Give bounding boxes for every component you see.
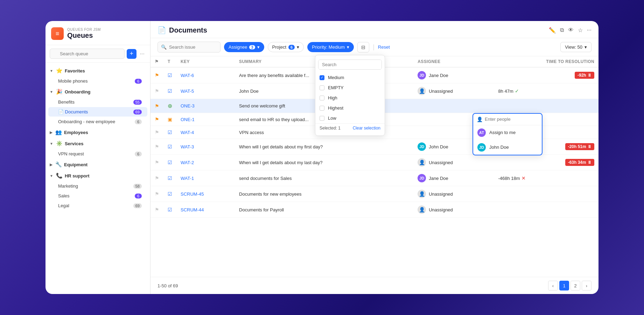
page-1-button[interactable]: 1 [559,281,569,290]
enter-people-input[interactable] [485,117,542,122]
priority-option-empty[interactable]: EMPTY [315,83,385,93]
assign-to-me-label: Assign to me [489,130,516,135]
xmark-icon: ✕ [522,175,526,181]
assignee-name: Unassigned [429,89,453,94]
reset-button[interactable]: Reset [378,44,390,50]
assign-to-me-option[interactable]: AT Assign to me [473,125,542,140]
issue-key-link[interactable]: WAT-6 [181,73,194,78]
flag-cell[interactable]: ⚑ [150,170,163,186]
flag-cell[interactable]: ⚑ [150,202,163,218]
assignee-cell: 👤 Unassigned [413,155,494,170]
clear-selection-button[interactable]: Clear selection [353,126,380,131]
main-header: 📄 Documents ✏️ ⧉ 👁 ☆ ··· [150,21,598,38]
priority-option-highest[interactable]: Highest [315,103,385,113]
more-options-button[interactable]: ··· [139,49,146,58]
issue-key-link[interactable]: WAT-2 [181,160,194,165]
john-doe-option[interactable]: JD John Doe [473,140,542,155]
nav-group-onboarding-header[interactable]: ▼ 🎉 Onboarding [46,86,150,97]
chevron-down-icon: ▼ [50,69,53,73]
priority-option-medium[interactable]: ✓ Medium [315,72,385,83]
sidebar-item-vpn-request[interactable]: VPN request 6 [48,149,147,159]
nav-group-favorites-header[interactable]: ▼ ⭐ Favorites [46,65,150,76]
chevron-down-icon: ▼ [50,174,53,178]
type-icon: ☑ [168,144,172,149]
edit-icon[interactable]: ✏️ [549,27,556,34]
issue-key-link[interactable]: WAT-1 [181,176,194,181]
assignee-name: John Doe [429,144,448,149]
sidebar-item-legal[interactable]: Legal 69 [48,201,147,210]
view-button[interactable]: View: 50 ▾ [560,42,592,52]
type-icon: ☑ [168,72,172,78]
priority-checkbox-high [320,96,324,100]
sidebar-title-group: QUEUES FOR JSM Queues [67,28,101,40]
time-cell [494,99,598,113]
flag-cell[interactable]: ⚑ [150,126,163,139]
add-queue-button[interactable]: + [127,49,136,59]
issue-key-link[interactable]: SCRUM-44 [181,207,204,212]
assignee-filter-button[interactable]: Assignee 3 ▾ [224,42,264,52]
chevron-down-icon: ▾ [584,44,587,50]
flag-cell[interactable]: ⚑ [150,155,163,170]
sidebar-item-benefits[interactable]: Benefits 55 [48,97,147,107]
prev-page-button[interactable]: ‹ [548,281,558,290]
star-icon[interactable]: ☆ [578,27,583,34]
project-filter-button[interactable]: Project 6 ▾ [268,42,304,52]
assignee-info: 👤 Unassigned [418,87,490,95]
sidebar-item-mobile-phones[interactable]: Mobile phones 6 [48,76,147,86]
nav-item-label: Onboarding - new employee [58,119,115,124]
flag-cell[interactable]: ⚑ [150,139,163,155]
view-icon[interactable]: 👁 [568,27,574,33]
sidebar-item-documents[interactable]: 📄 Documents 69 [48,107,147,117]
flag-cell[interactable]: ⚑ [150,67,163,83]
search-issue-input[interactable] [158,42,220,52]
summary-cell: When will I get details about my first d… [235,139,405,155]
filter-icon-button[interactable]: ⊟ [357,42,369,52]
flag-cell[interactable]: ⚑ [150,83,163,99]
type-cell: ☑ [163,202,176,218]
nav-badge: 55 [133,100,142,105]
flag-icon: ⚑ [155,160,159,165]
sidebar-item-onboarding-new[interactable]: Onboarding - new employee 6 [48,117,147,126]
table-row: ⚑ ☑ WAT-2 When will I get details about … [150,155,598,170]
type-cell: ☑ [163,126,176,139]
priority-filter-button[interactable]: Priority: Medium ▾ [307,42,354,52]
nav-group-equipment-header[interactable]: ▶ 🔧 Equipment [46,159,150,170]
next-page-button[interactable]: › [582,281,592,290]
issue-key-link[interactable]: WAT-4 [181,130,194,135]
nav-badge: 69 [133,110,142,114]
issue-key-link[interactable]: ONE-3 [181,103,195,108]
copy-icon[interactable]: ⧉ [560,27,564,33]
employees-label: Employees [64,130,88,135]
nav-group-employees: ▶ 👥 Employees [46,127,150,138]
page-2-button[interactable]: 2 [570,281,580,290]
favorites-label: Favorites [65,68,85,74]
chevron-down-icon: ▾ [257,44,260,50]
priority-search-input[interactable] [318,60,382,69]
flag-cell[interactable]: ⚑ [150,99,163,113]
nav-badge: 58 [133,184,142,189]
flag-cell[interactable]: ⚑ [150,186,163,202]
nav-group-hr-support-header[interactable]: ▼ 📞 HR support [46,170,150,181]
issue-key-link[interactable]: SCRUM-45 [181,191,204,197]
issue-key-link[interactable]: WAT-3 [181,144,194,149]
key-cell: ONE-3 [176,99,235,113]
more-icon[interactable]: ··· [587,27,592,33]
page-title: Documents [169,26,207,34]
sidebar-nav: ▼ ⭐ Favorites Mobile phones 6 ▼ 🎉 Onboar… [46,63,150,294]
priority-option-high[interactable]: High [315,93,385,103]
sidebar-item-sales[interactable]: Sales 6 [48,191,147,201]
issue-key-link[interactable]: WAT-5 [181,89,194,94]
priority-option-low[interactable]: Low [315,113,385,123]
issue-key-link[interactable]: ONE-1 [181,117,195,122]
nav-group-services-header[interactable]: ▼ ✳️ Services [46,138,150,149]
type-icon: ☑ [168,175,172,181]
type-icon: ☑ [168,191,172,197]
assignee-cell: 👤 Unassigned [413,83,494,99]
flag-cell[interactable]: ⚑ [150,113,163,126]
sidebar-search-input[interactable] [50,49,125,59]
nav-group-employees-header[interactable]: ▶ 👥 Employees [46,127,150,138]
key-cell: ONE-1 [176,113,235,126]
avatar: 👤 [418,158,426,167]
sidebar-item-marketing[interactable]: Marketing 58 [48,181,147,191]
assignee-cell [413,99,494,113]
